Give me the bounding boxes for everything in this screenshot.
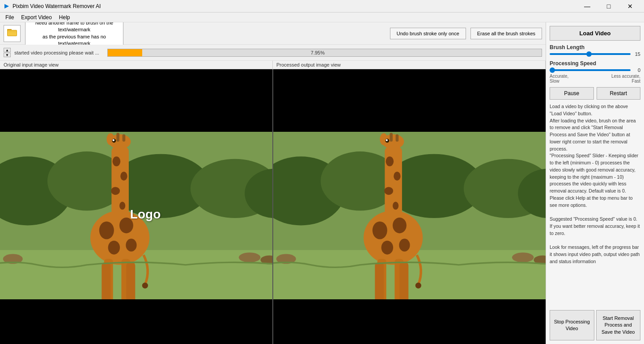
stop-processing-button[interactable]: Stop Processing Video <box>550 310 594 340</box>
svg-point-50 <box>384 187 393 195</box>
svg-point-59 <box>373 222 387 239</box>
svg-point-27 <box>126 239 136 252</box>
progress-percent: 7.95% <box>311 50 325 55</box>
maximize-button[interactable]: □ <box>598 0 619 13</box>
black-bottom-right <box>273 299 546 344</box>
speed-labels: Accurate,Slow Less accurate,Fast <box>550 74 640 84</box>
svg-point-58 <box>364 210 423 264</box>
left-panel: Need another frame to brush on the text/… <box>0 22 546 344</box>
progress-area: ▲ ▼ started video processing please wait… <box>0 45 546 61</box>
close-button[interactable]: ✕ <box>620 0 640 13</box>
processing-speed-slider-container: 0 <box>550 67 640 73</box>
titlebar-left: Pixbim Video Watermark Remover AI <box>4 3 101 9</box>
status-text: started video processing please wait ... <box>14 50 104 55</box>
svg-point-71 <box>415 283 421 289</box>
tooltip-text: Need another frame to brush on the text/… <box>35 22 113 46</box>
speed-label-right: Less accurate,Fast <box>611 74 640 84</box>
original-view: Logo <box>0 69 273 344</box>
scroll-buttons: ▲ ▼ <box>4 48 11 57</box>
right-panel: Load Video Brush Length 15 Processing Sp… <box>546 22 644 344</box>
erase-all-button[interactable]: Erase all the brush strokes <box>470 28 542 39</box>
svg-point-48 <box>386 156 394 166</box>
brush-length-slider[interactable] <box>550 53 631 55</box>
open-folder-button[interactable] <box>4 25 21 42</box>
output-view-label: Processed output image view <box>273 61 546 69</box>
svg-point-60 <box>393 218 407 233</box>
brush-length-section: Brush Length 15 <box>550 44 640 57</box>
menubar: File Export Video Help <box>0 13 644 22</box>
app-title: Pixbim Video Watermark Remover AI <box>13 3 101 9</box>
svg-point-15 <box>111 187 120 195</box>
svg-rect-3 <box>8 30 17 36</box>
start-removal-button[interactable]: Start Removal Process and Save the Video <box>596 310 641 340</box>
svg-rect-20 <box>123 134 126 142</box>
svg-rect-55 <box>396 134 399 142</box>
black-bottom-left <box>0 299 272 344</box>
titlebar: Pixbim Video Watermark Remover AI — □ ✕ <box>0 0 644 13</box>
svg-rect-31 <box>126 262 135 299</box>
svg-rect-65 <box>375 262 384 299</box>
svg-point-57 <box>386 139 388 141</box>
brush-length-value: 15 <box>633 51 640 57</box>
svg-point-26 <box>108 241 120 255</box>
restart-button[interactable]: Restart <box>597 87 641 100</box>
svg-point-49 <box>394 172 400 180</box>
toolbar: Need another frame to brush on the text/… <box>0 22 546 45</box>
undo-brush-button[interactable]: Undo brush stroke only once <box>390 28 466 39</box>
speed-label-left: Accurate,Slow <box>550 74 568 84</box>
svg-rect-54 <box>390 133 393 142</box>
svg-point-36 <box>142 283 148 289</box>
minimize-button[interactable]: — <box>577 0 597 13</box>
main-container: Need another frame to brush on the text/… <box>0 22 644 344</box>
svg-point-16 <box>119 202 125 210</box>
progress-bar: 7.95% <box>107 49 542 57</box>
svg-point-62 <box>399 239 410 252</box>
help-text: Load a video by clicking on the above "L… <box>550 103 640 306</box>
bottom-buttons: Stop Processing Video Start Removal Proc… <box>550 310 640 340</box>
svg-point-23 <box>90 210 149 264</box>
svg-point-25 <box>119 218 133 233</box>
svg-rect-66 <box>399 262 408 299</box>
titlebar-controls: — □ ✕ <box>577 0 640 13</box>
svg-point-51 <box>393 202 398 210</box>
menu-help[interactable]: Help <box>55 13 74 21</box>
load-video-button[interactable]: Load Video <box>550 26 640 41</box>
processed-view <box>273 69 546 344</box>
brush-length-slider-container: 15 <box>550 51 640 57</box>
svg-point-61 <box>381 241 393 255</box>
svg-marker-0 <box>4 4 9 8</box>
image-views: Logo <box>0 69 546 344</box>
processing-speed-section: Processing Speed 0 Accurate,Slow Less ac… <box>550 60 640 84</box>
app-icon <box>4 3 10 9</box>
svg-point-22 <box>113 139 114 141</box>
control-buttons: Pause Restart <box>550 87 640 100</box>
original-image-area: Logo <box>0 132 272 299</box>
scroll-up-button[interactable]: ▲ <box>4 48 11 52</box>
pause-button[interactable]: Pause <box>550 87 594 100</box>
folder-icon <box>7 28 17 38</box>
svg-point-73 <box>512 252 534 262</box>
progress-bar-fill <box>108 49 142 56</box>
svg-point-14 <box>120 172 127 180</box>
svg-rect-30 <box>102 262 110 299</box>
brush-length-label: Brush Length <box>550 44 640 50</box>
processing-speed-value: 0 <box>633 67 640 73</box>
scroll-down-button[interactable]: ▼ <box>4 53 11 57</box>
processing-speed-label: Processing Speed <box>550 60 640 67</box>
input-view-label: Original input image view <box>0 61 273 69</box>
svg-point-38 <box>239 252 261 262</box>
menu-export-video[interactable]: Export Video <box>17 13 55 21</box>
processing-speed-slider[interactable] <box>550 69 631 71</box>
black-top-left <box>0 69 272 132</box>
black-top-right <box>273 69 546 132</box>
menu-file[interactable]: File <box>2 13 17 21</box>
processed-image-area <box>273 132 546 299</box>
svg-point-24 <box>99 222 114 239</box>
image-labels: Original input image view Processed outp… <box>0 61 546 69</box>
svg-rect-19 <box>116 133 119 142</box>
svg-point-13 <box>113 156 121 166</box>
